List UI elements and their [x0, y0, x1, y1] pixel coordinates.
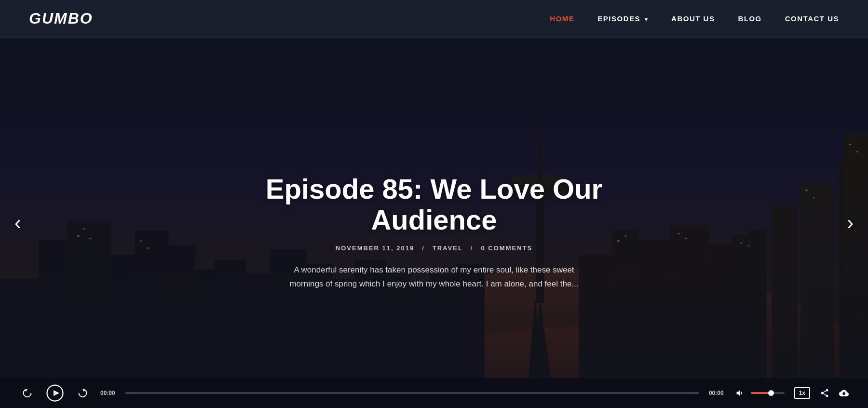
navbar: GUMBO HOME EPISODES ▾ ABOUT US BLOG CONT…	[0, 0, 868, 38]
download-button[interactable]	[839, 388, 849, 398]
total-time: 00:00	[709, 390, 724, 396]
audio-player: 00:00 00:00 1x	[0, 378, 868, 408]
nav-item-episodes[interactable]: EPISODES ▾	[597, 14, 648, 23]
svg-marker-56	[54, 390, 59, 396]
meta-sep-1: /	[422, 245, 425, 252]
fastforward-icon	[77, 387, 89, 399]
share-button[interactable]	[820, 388, 829, 398]
share-icon	[820, 388, 829, 398]
play-button[interactable]	[44, 382, 66, 404]
volume-button[interactable]	[733, 386, 747, 400]
episode-title: Episode 85: We Love Our Audience	[236, 174, 632, 235]
episode-date: NOVEMBER 11, 2019	[336, 245, 414, 252]
chevron-down-icon: ▾	[642, 16, 648, 22]
play-icon	[46, 384, 64, 402]
volume-icon	[735, 388, 745, 398]
episode-category: TRAVEL	[433, 245, 463, 252]
nav-link-episodes[interactable]: EPISODES ▾	[597, 14, 648, 23]
episode-comments: 0 COMMENTS	[481, 245, 532, 252]
nav-link-blog[interactable]: BLOG	[738, 14, 761, 23]
main-nav: HOME EPISODES ▾ ABOUT US BLOG CONTACT US	[550, 14, 839, 23]
site-logo[interactable]: GUMBO	[29, 10, 93, 27]
fastforward-button[interactable]	[75, 385, 91, 401]
prev-slide-button[interactable]: ‹	[5, 208, 31, 238]
nav-link-home[interactable]: HOME	[550, 14, 574, 23]
hero-content: Episode 85: We Love Our Audience NOVEMBE…	[217, 174, 651, 291]
volume-bar[interactable]	[751, 392, 785, 394]
current-time: 00:00	[100, 390, 115, 396]
nav-link-about[interactable]: ABOUT US	[671, 14, 715, 23]
meta-sep-2: /	[471, 245, 474, 252]
speed-button[interactable]: 1x	[794, 387, 810, 399]
nav-item-blog[interactable]: BLOG	[738, 14, 761, 23]
nav-item-about[interactable]: ABOUT US	[671, 14, 715, 23]
volume-fill	[751, 392, 771, 394]
volume-control	[733, 386, 785, 400]
rewind-button[interactable]	[19, 385, 35, 401]
nav-link-contact[interactable]: CONTACT US	[785, 14, 839, 23]
rewind-icon	[21, 387, 33, 399]
nav-item-contact[interactable]: CONTACT US	[785, 14, 839, 23]
episode-excerpt: A wonderful serenity has taken possessio…	[280, 263, 588, 291]
next-slide-button[interactable]: ›	[837, 208, 863, 238]
download-icon	[839, 388, 849, 398]
episode-meta: NOVEMBER 11, 2019 / TRAVEL / 0 COMMENTS	[236, 245, 632, 252]
nav-item-home[interactable]: HOME	[550, 14, 574, 23]
volume-knob	[768, 390, 774, 396]
hero-section: ‹ Episode 85: We Love Our Audience NOVEM…	[0, 38, 868, 408]
progress-bar-container[interactable]	[125, 392, 699, 394]
